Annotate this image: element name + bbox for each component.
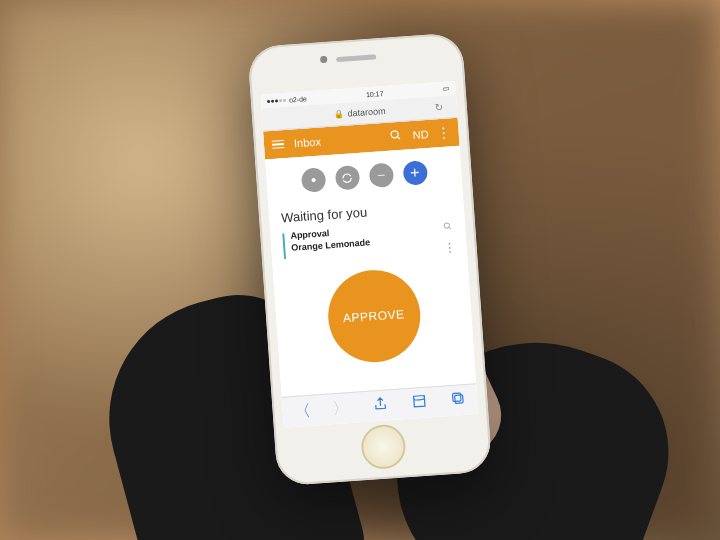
add-button[interactable]: + xyxy=(402,160,428,186)
item-text: Approval Orange Lemonade xyxy=(290,221,437,255)
refresh-icon[interactable] xyxy=(334,165,360,191)
carrier-label: o2-de xyxy=(288,95,306,103)
svg-point-3 xyxy=(444,223,450,229)
page-title: Inbox xyxy=(293,135,321,149)
svg-point-2 xyxy=(310,178,314,182)
item-accent-bar xyxy=(282,233,286,259)
overflow-icon[interactable]: ⋮ xyxy=(436,130,450,135)
lock-icon: 🔒 xyxy=(333,109,344,119)
phone-speaker xyxy=(335,54,375,62)
svg-line-1 xyxy=(397,136,400,139)
action-circle-3[interactable] xyxy=(368,163,394,189)
phone-camera xyxy=(319,56,326,63)
user-initials[interactable]: ND xyxy=(412,128,427,141)
approve-label: APPROVE xyxy=(342,307,404,325)
item-search-icon[interactable] xyxy=(442,220,452,234)
hamburger-icon[interactable] xyxy=(271,140,284,149)
content-area: Waiting for you Approval Orange Lemonade… xyxy=(268,194,476,397)
url-domain: dataroom xyxy=(347,106,386,119)
action-circle-1[interactable] xyxy=(300,167,326,193)
item-more-icon[interactable]: ⋮ xyxy=(442,236,454,250)
svg-point-0 xyxy=(390,131,397,138)
share-icon[interactable] xyxy=(371,395,388,416)
battery-icon: ▭ xyxy=(442,84,450,92)
list-item[interactable]: Approval Orange Lemonade ⋮ xyxy=(282,219,455,261)
clock: 10:17 xyxy=(365,89,383,97)
bookmarks-icon[interactable] xyxy=(410,393,427,414)
plus-icon: + xyxy=(409,164,420,183)
approve-button[interactable]: APPROVE xyxy=(324,267,422,365)
search-icon[interactable] xyxy=(388,129,403,144)
forward-icon[interactable]: 〉 xyxy=(332,398,349,420)
back-icon[interactable]: 〈 xyxy=(293,400,310,422)
svg-rect-6 xyxy=(452,393,461,402)
signal-dots-icon xyxy=(266,98,285,102)
reload-icon[interactable]: ↻ xyxy=(434,101,443,113)
phone-device: o2-de 10:17 ▭ 🔒 dataroom ↻ Inbox ND ⋮ xyxy=(247,32,492,486)
screen: o2-de 10:17 ▭ 🔒 dataroom ↻ Inbox ND ⋮ xyxy=(260,81,478,428)
tabs-icon[interactable] xyxy=(449,390,466,411)
home-button[interactable] xyxy=(359,423,406,470)
